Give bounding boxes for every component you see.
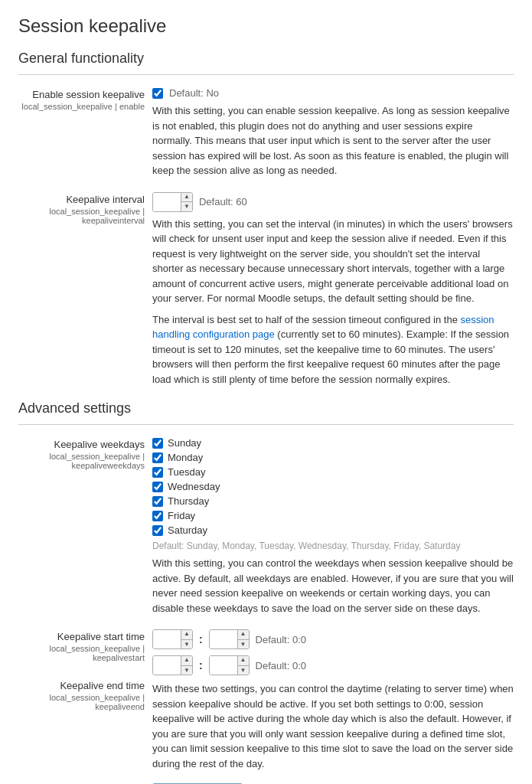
weekday-label-saturday: Saturday [168,524,207,536]
weekday-label-friday: Friday [168,510,195,521]
end-minute-down[interactable]: ▼ [238,666,249,676]
session-handling-link[interactable]: session handling configuration page [152,314,494,341]
keepalive-end-label: Keepalive end time [18,680,145,691]
weekday-item-monday: Monday [152,452,514,463]
keepalive-interval-default-line: 60 ▲ ▼ Default: 60 [152,192,514,212]
weekday-label-wednesday: Wednesday [168,481,220,492]
keepalive-times-setting: Keepalive start time local_session_keepa… [18,629,514,784]
advanced-divider [18,424,514,425]
end-hour-input[interactable]: 0 [153,655,181,675]
keepalive-interval-arrows: ▲ ▼ [181,192,192,212]
start-minute-down[interactable]: ▼ [238,640,249,650]
start-minute-up[interactable]: ▲ [238,629,249,640]
enable-keepalive-default: Default: No [169,87,219,99]
end-hour-spinner[interactable]: 0 ▲ ▼ [152,655,193,675]
enable-keepalive-description: With this setting, you can enable sessio… [152,103,514,178]
enable-keepalive-label-col: Enable session keepalive local_session_k… [18,87,145,178]
weekday-label-tuesday: Tuesday [168,466,205,478]
keepalive-end-subtext: local_session_keepalive | keepaliveend [18,693,145,711]
weekday-item-wednesday: Wednesday [152,481,514,492]
end-time-colon: : [199,659,203,671]
keepalive-interval-up[interactable]: ▲ [181,192,192,203]
start-minute-arrows: ▲ ▼ [237,629,249,649]
weekdays-checkboxes: SundayMondayTuesdayWednesdayThursdayFrid… [152,437,514,536]
start-hour-spinner[interactable]: 0 ▲ ▼ [152,629,193,649]
keepalive-interval-label-col: Keepalive interval local_session_keepali… [18,192,145,387]
end-minute-spinner[interactable]: 0 ▲ ▼ [209,655,250,675]
end-hour-down[interactable]: ▼ [181,666,192,676]
general-divider [18,74,514,75]
weekday-item-sunday: Sunday [152,437,514,449]
enable-keepalive-label: Enable session keepalive [32,89,145,100]
keepalive-interval-down[interactable]: ▼ [181,202,192,212]
start-hour-down[interactable]: ▼ [181,640,192,650]
keepalive-weekdays-label: Keepalive weekdays [54,439,145,450]
keepalive-interval-label: Keepalive interval [66,194,145,205]
keepalive-weekdays-setting: Keepalive weekdays local_session_keepali… [18,437,514,616]
time-description: With these two settings, you can control… [152,681,514,771]
start-time-default: Default: 0:0 [256,634,307,645]
end-hour-arrows: ▲ ▼ [181,655,192,675]
end-minute-input[interactable]: 0 [210,655,237,675]
end-time-default: Default: 0:0 [256,660,307,671]
keepalive-interval-setting: Keepalive interval local_session_keepali… [18,192,514,387]
keepalive-times-label-col: Keepalive start time local_session_keepa… [18,629,145,784]
keepalive-times-content: 0 ▲ ▼ : 0 ▲ ▼ Default: 0:0 0 ▲ [152,629,514,784]
page-title: Session keepalive [18,15,514,37]
weekday-item-tuesday: Tuesday [152,466,514,478]
weekday-item-friday: Friday [152,510,514,521]
keepalive-interval-subtext: local_session_keepalive | keepaliveinter… [18,207,145,225]
enable-keepalive-content: Default: No With this setting, you can e… [152,87,514,178]
start-hour-arrows: ▲ ▼ [181,629,192,649]
keepalive-interval-description2: The interval is best set to half of the … [152,312,514,387]
keepalive-weekdays-subtext: local_session_keepalive | keepaliveweekd… [18,452,145,470]
weekday-checkbox-friday[interactable] [152,511,163,521]
weekday-checkbox-thursday[interactable] [152,496,163,507]
keepalive-interval-input[interactable]: 60 [153,192,181,212]
weekdays-description: With this setting, you can control the w… [152,556,514,616]
start-hour-up[interactable]: ▲ [181,629,192,640]
end-time-row: 0 ▲ ▼ : 0 ▲ ▼ Default: 0:0 [152,655,514,675]
keepalive-start-subtext: local_session_keepalive | keepalivestart [18,644,145,662]
enable-keepalive-default-line: Default: No [152,87,514,99]
keepalive-start-label: Keepalive start time [57,631,145,642]
keepalive-interval-description: With this setting, you can set the inter… [152,217,514,306]
weekday-checkbox-saturday[interactable] [152,525,163,536]
keepalive-interval-content: 60 ▲ ▼ Default: 60 With this setting, yo… [152,192,514,387]
start-minute-input[interactable]: 0 [210,629,237,649]
weekday-checkbox-wednesday[interactable] [152,482,163,492]
advanced-section-heading: Advanced settings [18,400,514,416]
weekday-label-monday: Monday [168,452,203,463]
weekday-item-saturday: Saturday [152,524,514,536]
enable-keepalive-checkbox[interactable] [152,88,163,99]
end-minute-arrows: ▲ ▼ [237,655,249,675]
start-hour-input[interactable]: 0 [153,629,181,649]
general-section-heading: General functionality [18,51,514,67]
start-minute-spinner[interactable]: 0 ▲ ▼ [209,629,250,649]
keepalive-weekdays-label-col: Keepalive weekdays local_session_keepali… [18,437,145,616]
start-time-colon: : [199,633,203,645]
keepalive-interval-spinner[interactable]: 60 ▲ ▼ [152,192,193,212]
keepalive-weekdays-content: SundayMondayTuesdayWednesdayThursdayFrid… [152,437,514,616]
weekday-label-thursday: Thursday [168,495,209,507]
weekday-checkbox-monday[interactable] [152,452,163,463]
weekdays-default: Default: Sunday, Monday, Tuesday, Wednes… [152,541,514,551]
weekday-checkbox-tuesday[interactable] [152,467,163,478]
weekday-checkbox-sunday[interactable] [152,438,163,449]
enable-keepalive-subtext: local_session_keepalive | enable [18,102,145,111]
weekday-label-sunday: Sunday [168,437,201,449]
start-time-row: 0 ▲ ▼ : 0 ▲ ▼ Default: 0:0 [152,629,514,649]
end-hour-up[interactable]: ▲ [181,655,192,666]
end-minute-up[interactable]: ▲ [238,655,249,666]
weekday-item-thursday: Thursday [152,495,514,507]
enable-keepalive-setting: Enable session keepalive local_session_k… [18,87,514,178]
keepalive-interval-default: Default: 60 [199,196,247,207]
